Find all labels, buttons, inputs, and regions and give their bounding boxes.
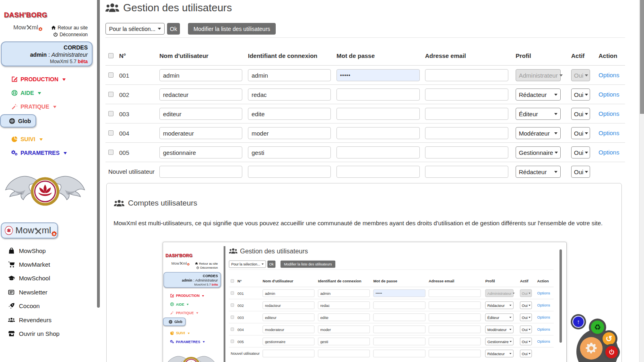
row-checkbox[interactable]: [108, 150, 114, 155]
sidebar-scrollbar[interactable]: [97, 0, 100, 308]
profile-select[interactable]: Éditeur: [516, 108, 561, 120]
sidebar-link-cocoon[interactable]: Cocoon: [8, 299, 60, 313]
sidebar-item-pratique[interactable]: PRATIQUE: [0, 100, 97, 113]
selection-action-select[interactable]: Pour la sélection...: [229, 261, 266, 268]
active-select[interactable]: Oui: [520, 302, 532, 309]
back-to-site-link[interactable]: Retour au site: [51, 24, 88, 31]
active-select[interactable]: Oui: [520, 314, 532, 321]
username-input[interactable]: [159, 88, 242, 101]
username-input[interactable]: [159, 108, 242, 120]
options-link[interactable]: Options: [599, 72, 619, 78]
username-input[interactable]: [263, 314, 315, 321]
sidebar-link-mowschool[interactable]: MowSchool: [8, 272, 60, 285]
active-select[interactable]: Oui: [520, 326, 532, 333]
options-link[interactable]: Options: [599, 130, 619, 136]
options-link[interactable]: Options: [537, 315, 550, 319]
select-all-checkbox[interactable]: [108, 53, 114, 58]
login-input[interactable]: [248, 166, 331, 178]
sidebar-link-newsletter[interactable]: Newsletter: [8, 285, 60, 299]
recycle-button[interactable]: ♻: [591, 321, 604, 334]
active-select[interactable]: Oui: [520, 290, 532, 297]
password-input[interactable]: [374, 338, 425, 346]
email-input[interactable]: [429, 314, 481, 321]
row-checkbox[interactable]: [231, 292, 234, 295]
password-input[interactable]: [374, 290, 425, 297]
row-checkbox[interactable]: [231, 304, 234, 307]
sidebar-item-glob[interactable]: Glob: [163, 318, 186, 326]
sidebar-item-aide[interactable]: AIDE: [0, 86, 97, 100]
row-checkbox[interactable]: [108, 92, 114, 97]
profile-select[interactable]: Gestionnaire: [516, 146, 561, 158]
email-input[interactable]: [429, 338, 481, 346]
options-link[interactable]: Options: [599, 149, 619, 156]
password-input[interactable]: [336, 127, 420, 139]
username-input[interactable]: [263, 350, 315, 358]
row-checkbox[interactable]: [108, 130, 114, 136]
username-input[interactable]: [159, 69, 242, 81]
embedded-scrollbar[interactable]: [559, 249, 562, 343]
select-all-checkbox[interactable]: [231, 280, 234, 283]
row-checkbox[interactable]: [108, 111, 114, 116]
login-input[interactable]: [318, 290, 370, 297]
sidebar-link-mowshop[interactable]: MowShop: [8, 244, 60, 257]
profile-select[interactable]: Administrateur: [516, 69, 561, 81]
active-select[interactable]: Oui: [571, 166, 590, 178]
sidebar-scrollbar[interactable]: [224, 246, 225, 362]
sidebar-item-suivi[interactable]: SUIVI: [163, 329, 223, 337]
options-link[interactable]: Options: [599, 110, 619, 117]
options-link[interactable]: Options: [537, 339, 550, 343]
login-input[interactable]: [248, 127, 331, 139]
username-input[interactable]: [159, 166, 242, 178]
sidebar-item-aide[interactable]: AIDE: [163, 300, 223, 309]
sidebar-item-glob[interactable]: Glob: [0, 114, 36, 128]
email-input[interactable]: [429, 302, 481, 309]
profile-select[interactable]: Gestionnaire: [485, 338, 514, 346]
login-input[interactable]: [318, 302, 370, 309]
sidebar-item-suivi[interactable]: SUIVI: [0, 132, 97, 146]
window-scrollbar[interactable]: [639, 0, 644, 362]
options-link[interactable]: Options: [599, 91, 619, 98]
email-input[interactable]: [425, 146, 508, 158]
login-input[interactable]: [248, 108, 331, 120]
row-checkbox[interactable]: [231, 316, 234, 319]
back-to-site-link[interactable]: Retour au site: [195, 261, 218, 266]
login-input[interactable]: [318, 350, 370, 358]
power-button[interactable]: [605, 346, 618, 358]
email-input[interactable]: [425, 88, 508, 101]
sidebar-item-parametres[interactable]: PARAMETRES: [163, 337, 223, 346]
row-checkbox[interactable]: [231, 340, 234, 343]
email-input[interactable]: [425, 166, 508, 178]
settings-button[interactable]: [580, 337, 603, 360]
modify-users-list-button[interactable]: Modifier la liste des utilisateurs: [281, 261, 335, 268]
email-input[interactable]: [429, 290, 481, 297]
password-input[interactable]: [374, 302, 425, 309]
password-input[interactable]: [374, 314, 425, 321]
login-input[interactable]: [248, 146, 331, 158]
username-input[interactable]: [263, 326, 315, 333]
login-input[interactable]: [318, 326, 370, 333]
profile-select[interactable]: Rédacteur: [485, 302, 514, 309]
profile-select[interactable]: Rédacteur: [516, 166, 561, 178]
email-input[interactable]: [429, 326, 481, 333]
username-input[interactable]: [159, 146, 242, 158]
scroll-top-button[interactable]: ↑: [572, 316, 584, 328]
profile-select[interactable]: Administrateur: [485, 290, 514, 297]
active-select[interactable]: Oui: [520, 350, 532, 358]
password-input[interactable]: [336, 88, 420, 101]
password-input[interactable]: [336, 108, 420, 120]
profile-select[interactable]: Modérateur: [485, 326, 514, 333]
username-input[interactable]: [263, 338, 315, 346]
window-scrollbar-thumb[interactable]: [640, 0, 644, 114]
password-input[interactable]: [374, 326, 425, 333]
email-input[interactable]: [425, 127, 508, 139]
profile-select[interactable]: Rédacteur: [516, 88, 561, 101]
login-input[interactable]: [318, 314, 370, 321]
password-input[interactable]: [374, 350, 425, 358]
sidebar-link-ouvrir-un-shop[interactable]: Ouvrir un Shop: [8, 327, 60, 340]
options-link[interactable]: Options: [537, 291, 550, 295]
profile-select[interactable]: Rédacteur: [485, 350, 514, 358]
password-input[interactable]: [336, 166, 420, 178]
active-select[interactable]: Oui: [571, 88, 590, 101]
password-input[interactable]: [336, 146, 420, 158]
undo-button[interactable]: ↺: [603, 332, 615, 345]
